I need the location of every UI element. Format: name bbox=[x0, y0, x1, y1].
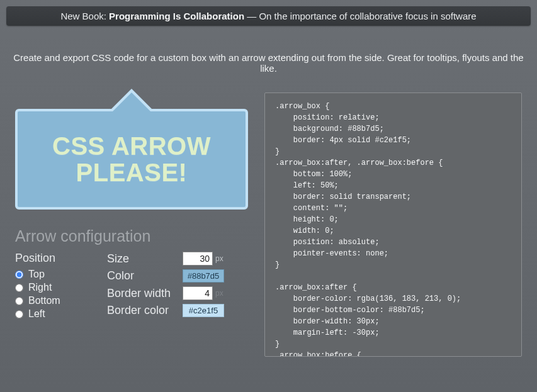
position-radio-right[interactable]: Right bbox=[15, 282, 91, 293]
size-unit: px bbox=[215, 254, 223, 263]
position-radio-left-label: Left bbox=[28, 308, 45, 320]
position-radio-top-label: Top bbox=[28, 269, 45, 280]
banner-suffix: — On the importance of collaborative foc… bbox=[244, 11, 477, 21]
color-label: Color bbox=[107, 269, 183, 283]
color-input[interactable] bbox=[183, 269, 224, 283]
size-input[interactable] bbox=[183, 252, 213, 266]
position-radio-bottom-label: Bottom bbox=[28, 295, 60, 306]
position-radio-bottom[interactable]: Bottom bbox=[15, 295, 91, 306]
tagline: Create and export CSS code for a custom … bbox=[13, 52, 524, 74]
position-radio-top[interactable]: Top bbox=[15, 269, 91, 280]
config-heading: Arrow configuration bbox=[15, 227, 248, 245]
border-width-unit: px bbox=[215, 289, 223, 298]
position-group-label: Position bbox=[15, 252, 91, 265]
border-color-label: Border color bbox=[107, 304, 183, 317]
css-output-panel[interactable]: .arrow_box { position: relative; backgro… bbox=[264, 92, 522, 357]
banner-title: Programming Is Collaboration bbox=[109, 11, 244, 21]
size-label: Size bbox=[107, 252, 183, 266]
position-radio-right-label: Right bbox=[28, 282, 52, 293]
preview-title: CSS ARROW PLEASE! bbox=[28, 133, 235, 186]
arrow-box-preview: CSS ARROW PLEASE! bbox=[15, 109, 248, 210]
border-width-label: Border width bbox=[107, 287, 183, 300]
position-radio-top-input[interactable] bbox=[15, 271, 23, 279]
border-width-input[interactable] bbox=[183, 286, 213, 300]
position-radio-bottom-input[interactable] bbox=[15, 297, 23, 305]
position-radio-left-input[interactable] bbox=[15, 310, 23, 318]
promo-banner[interactable]: New Book: Programming Is Collaboration —… bbox=[6, 6, 531, 26]
banner-prefix: New Book: bbox=[60, 11, 109, 21]
border-color-input[interactable] bbox=[183, 304, 224, 317]
position-radio-left[interactable]: Left bbox=[15, 308, 91, 320]
position-radio-right-input[interactable] bbox=[15, 284, 23, 292]
